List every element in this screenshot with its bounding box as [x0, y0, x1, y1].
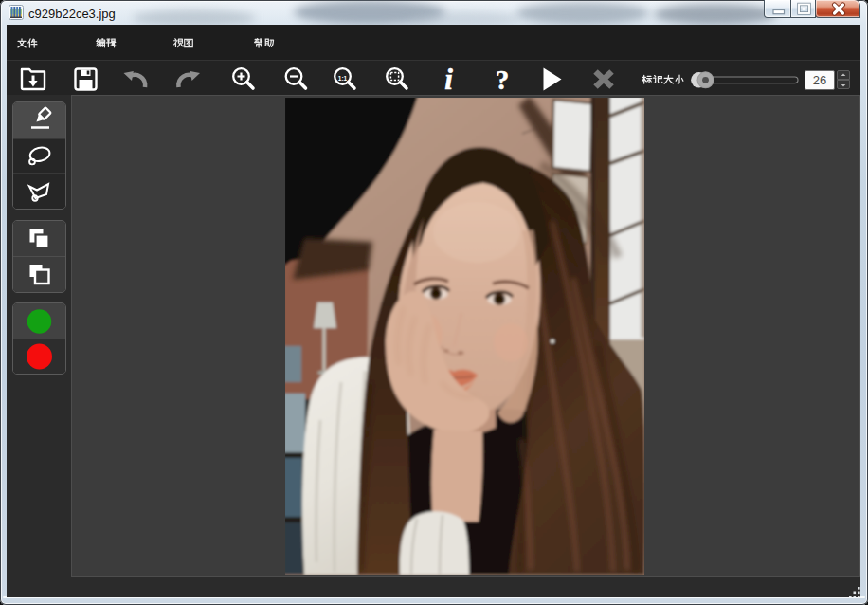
- svg-text:i: i: [444, 63, 453, 96]
- svg-text:?: ?: [496, 64, 510, 95]
- svg-text:1:1: 1:1: [338, 75, 348, 82]
